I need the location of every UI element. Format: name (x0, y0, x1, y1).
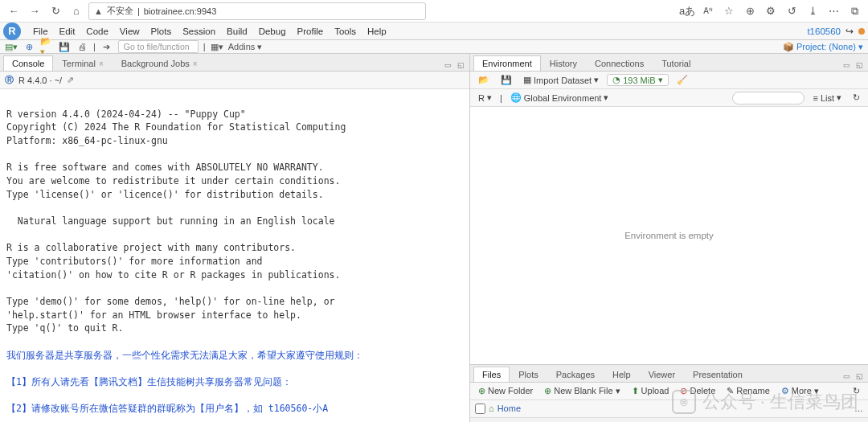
console-motd-text: 我们服务器是共享服务器，一些个性化需求无法满足大家，希望大家遵守使用规则： 【1… (6, 350, 461, 422)
console-output[interactable]: R version 4.4.0 (2024-04-24) -- "Puppy C… (0, 89, 469, 422)
load-workspace-icon[interactable]: 📂 (475, 74, 493, 86)
font-icon[interactable]: Aᴺ (699, 2, 717, 20)
col-modified[interactable]: Modified (739, 418, 868, 422)
select-all-checkbox[interactable] (475, 404, 485, 414)
reader-icon[interactable]: aあ (678, 2, 696, 20)
project-menu[interactable]: 📦 Project: (None) ▾ (783, 42, 863, 52)
maximize-icon[interactable]: ◱ (854, 59, 865, 71)
delete-button[interactable]: ⊘ Delete (677, 385, 719, 397)
save-workspace-icon[interactable]: 💾 (497, 74, 515, 86)
tab-plots-panel[interactable]: Plots (510, 367, 547, 382)
browser-toolbar: ← → ↻ ⌂ ▲ 不安全 | biotrainee.cn:9943 aあ Aᴺ… (0, 0, 868, 23)
new-file-icon[interactable]: ▤▾ (5, 40, 18, 53)
home-icon[interactable]: ⌂ (489, 404, 494, 413)
more-button[interactable]: ⚙ More ▾ (778, 385, 822, 397)
env-search-input[interactable] (732, 92, 805, 104)
expand-icon[interactable]: ⇗ (67, 75, 74, 85)
url-bar[interactable]: ▲ 不安全 | biotrainee.cn:9943 (88, 2, 426, 20)
grid-icon[interactable]: ▦▾ (211, 40, 223, 53)
console-startup-text: R version 4.4.0 (2024-04-24) -- "Puppy C… (6, 109, 346, 334)
back-icon[interactable]: ← (5, 2, 23, 20)
separator-icon: ⋯ (825, 2, 842, 20)
files-more-icon[interactable]: … (854, 404, 863, 413)
home-icon[interactable]: ⌂ (68, 2, 85, 20)
left-pane-tabs: Console Terminal× Background Jobs× ▭ ◱ (0, 54, 469, 72)
save-icon[interactable]: 💾 (58, 40, 71, 53)
files-pane-tabs: Files Plots Packages Help Viewer Present… (470, 365, 868, 383)
tab-console[interactable]: Console (3, 55, 53, 71)
menu-tools[interactable]: Tools (329, 27, 362, 36)
menu-code[interactable]: Code (80, 27, 114, 36)
extensions-icon[interactable]: ⊕ (741, 2, 759, 20)
files-toolbar: ⊕ New Folder ⊕ New Blank File ▾ ⬆ Upload… (470, 383, 868, 400)
memory-usage[interactable]: ◔ 193 MiB ▾ (607, 74, 668, 86)
tab-terminal[interactable]: Terminal× (53, 55, 112, 71)
forward-icon[interactable]: → (26, 2, 43, 20)
r-lang-icon: Ⓡ (5, 74, 14, 86)
print-icon[interactable]: 🖨 (76, 40, 88, 53)
status-dot-icon (858, 28, 865, 35)
refresh-icon[interactable]: ↻ (850, 92, 863, 104)
new-folder-button[interactable]: ⊕ New Folder (475, 385, 536, 397)
breadcrumb-home[interactable]: Home (497, 404, 521, 413)
history-icon[interactable]: ↺ (783, 2, 800, 20)
menu-build[interactable]: Build (221, 27, 253, 36)
rename-button[interactable]: ✎ Rename (723, 385, 773, 397)
download-icon[interactable]: ⤓ (804, 2, 821, 20)
menu-session[interactable]: Session (177, 27, 221, 36)
new-project-icon[interactable]: ⊕ (23, 40, 35, 53)
env-view-list[interactable]: ≡ List ▾ (809, 92, 845, 104)
menu-plots[interactable]: Plots (145, 27, 178, 36)
favorite-icon[interactable]: ☆ (720, 2, 738, 20)
new-blank-file-button[interactable]: ⊕ New Blank File ▾ (541, 385, 623, 397)
tab-environment[interactable]: Environment (473, 55, 541, 71)
refresh-icon[interactable]: ↻ (47, 2, 64, 20)
env-empty-text: Environment is empty (624, 231, 714, 240)
import-dataset-button[interactable]: ▦ Import Dataset ▾ (520, 74, 602, 86)
env-body: Environment is empty (470, 107, 868, 365)
tab-tutorial[interactable]: Tutorial (653, 55, 699, 71)
user-id[interactable]: t160560 (807, 27, 841, 36)
files-breadcrumb: ⌂ Home … (470, 400, 868, 418)
goto-arrow-icon[interactable]: ➔ (100, 40, 113, 53)
minimize-icon[interactable]: ▭ (841, 371, 852, 382)
tab-help[interactable]: Help (604, 367, 640, 382)
files-header-row: Name Size Modified (470, 418, 868, 422)
menu-file[interactable]: File (27, 27, 54, 36)
copy-icon[interactable]: ⧉ (845, 2, 863, 20)
close-icon[interactable]: × (99, 59, 104, 68)
open-icon[interactable]: 📂▾ (40, 40, 53, 53)
tab-viewer[interactable]: Viewer (640, 367, 684, 382)
rstudio-menubar: R File Edit Code View Plots Session Buil… (0, 23, 868, 40)
logout-icon[interactable]: ↪ (845, 26, 854, 37)
tab-background-jobs[interactable]: Background Jobs× (113, 55, 207, 71)
col-name[interactable]: Name (488, 418, 683, 422)
maximize-icon[interactable]: ◱ (455, 59, 466, 71)
menu-profile[interactable]: Profile (292, 27, 330, 36)
upload-button[interactable]: ⬆ Upload (628, 385, 673, 397)
tab-connections[interactable]: Connections (586, 55, 653, 71)
menu-view[interactable]: View (114, 27, 145, 36)
tab-packages[interactable]: Packages (547, 367, 604, 382)
rstudio-toolbar: ▤▾ ⊕ 📂▾ 💾 🖨 | ➔ Go to file/function | ▦▾… (0, 40, 868, 54)
goto-file-input[interactable]: Go to file/function (118, 40, 199, 53)
env-scope-select[interactable]: 🌐 Global Environment ▾ (507, 92, 612, 104)
console-sub-label: R 4.4.0 · ~/ (18, 76, 62, 85)
maximize-icon[interactable]: ◱ (854, 371, 865, 382)
tab-presentation[interactable]: Presentation (684, 367, 751, 382)
settings-icon[interactable]: ⚙ (762, 2, 780, 20)
menu-help[interactable]: Help (362, 27, 392, 36)
clear-env-icon[interactable]: 🧹 (674, 74, 691, 86)
console-subbar: Ⓡ R 4.4.0 · ~/ ⇗ (0, 72, 469, 89)
minimize-icon[interactable]: ▭ (442, 59, 453, 71)
close-icon[interactable]: × (193, 59, 198, 68)
tab-history[interactable]: History (541, 55, 586, 71)
env-lang-select[interactable]: R ▾ (475, 92, 495, 104)
menu-edit[interactable]: Edit (54, 27, 81, 36)
addins-button[interactable]: Addins ▾ (228, 42, 263, 52)
col-size[interactable]: Size (683, 418, 739, 422)
menu-debug[interactable]: Debug (253, 27, 292, 36)
minimize-icon[interactable]: ▭ (841, 59, 852, 71)
files-refresh-icon[interactable]: ↻ (850, 385, 863, 397)
tab-files[interactable]: Files (473, 367, 510, 382)
